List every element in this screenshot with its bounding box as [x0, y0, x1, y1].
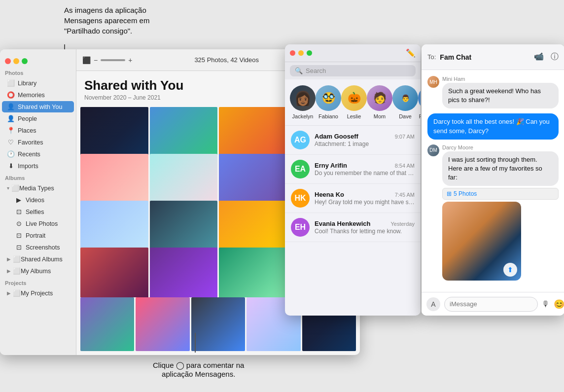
sidebar-item-imports[interactable]: ⬇ Imports	[2, 160, 74, 172]
msg-maximize-button[interactable]	[307, 50, 312, 56]
minimize-button[interactable]	[13, 58, 19, 64]
apps-button[interactable]: A	[426, 297, 440, 311]
sidebar-item-places[interactable]: 📍 Places	[2, 125, 74, 136]
fabiano-name: Fabiano	[318, 113, 338, 119]
mom-name: Mom	[374, 113, 386, 119]
msg-minimize-button[interactable]	[298, 50, 304, 56]
annotation-bottom: Clique ◯ para comentar naaplicação Mensa…	[153, 361, 244, 378]
message-darcy: DM Darcy Moore I was just sorting throug…	[427, 144, 559, 281]
pinned-dave[interactable]: 👨 Dave	[392, 85, 418, 119]
adam-name: Adam Gooseff	[315, 133, 358, 140]
conversation-heena[interactable]: HK Heena Ko 7:45 AM Hey! Gray told me yo…	[285, 184, 421, 213]
photo-cell[interactable]	[80, 248, 148, 297]
photo-attachment[interactable]: ⬆	[442, 202, 521, 281]
sidebar-item-memories[interactable]: ⭕ Memories	[2, 89, 74, 101]
photo-cell-bottom[interactable]	[136, 297, 189, 351]
erny-info: Erny Arifin 8:54 AM Do you remember the …	[315, 162, 415, 177]
photos-count-badge[interactable]: ⊞ 5 Photos	[442, 188, 559, 200]
heena-avatar: HK	[291, 189, 310, 208]
pinned-mom[interactable]: 🧑 Mom	[367, 85, 392, 119]
evania-time: Yesterday	[390, 221, 415, 227]
leslie-avatar: 🎃	[341, 85, 367, 111]
photo-cell-bottom[interactable]	[80, 297, 134, 351]
pinned-leslie[interactable]: 🎃 Leslie	[341, 85, 367, 119]
chat-window: To: Fam Chat 📹 ⓘ MH Mini Ham Such a grea…	[422, 44, 564, 316]
compose-icon[interactable]: ✏️	[406, 48, 416, 58]
audio-icon[interactable]: 🎙	[542, 300, 550, 309]
people-icon: 👤	[7, 115, 15, 122]
adam-avatar: AG	[291, 131, 310, 149]
heena-name: Heena Ko	[315, 191, 344, 198]
sidebar-item-portrait[interactable]: ⊡ Portrait	[2, 230, 74, 241]
search-bar[interactable]: 🔍 Search	[290, 65, 416, 76]
messages-titlebar: ✏️	[285, 44, 421, 62]
erny-preview: Do you remember the name of that guy fro…	[315, 170, 415, 177]
sidebar-item-recents[interactable]: 🕐 Recents	[2, 148, 74, 160]
pinned-jackelyn[interactable]: 👩🏾 Jackelyn	[290, 85, 316, 119]
right-bubble-1: Darcy took all the best ones! 🎉 Can you …	[427, 113, 559, 139]
sidebar-section-projects: Projects	[0, 277, 76, 287]
chat-input[interactable]	[444, 297, 538, 312]
emoji-icon[interactable]: 😊	[554, 299, 564, 310]
photo-cell[interactable]	[219, 248, 287, 297]
video-call-icon[interactable]: 📹	[534, 52, 544, 62]
fabiano-avatar: 🥸	[316, 85, 341, 111]
sidebar-group-shared-albums[interactable]: ▶ ⬜ Shared Albums	[2, 253, 74, 265]
dave-name: Dave	[399, 113, 412, 119]
sidebar-item-videos[interactable]: ▶ Videos	[2, 194, 74, 206]
pinned-fam-chat[interactable]: 👨‍👩‍👧 Fam Chat	[418, 85, 421, 119]
evania-info: Evania Henkewich Yesterday Cool! Thanks …	[315, 220, 415, 235]
info-icon[interactable]: ⓘ	[551, 52, 559, 62]
sidebar-item-live-photos[interactable]: ⊙ Live Photos	[2, 218, 74, 229]
darcy-sender: Darcy Moore	[442, 144, 559, 150]
photo-attach-inner: ⬆	[442, 202, 521, 281]
pinned-fabiano[interactable]: 🥸 Fabiano	[316, 85, 341, 119]
photo-cell[interactable]	[150, 248, 218, 297]
zoom-slider[interactable]	[101, 59, 125, 61]
leslie-name: Leslie	[347, 113, 361, 119]
chat-header: To: Fam Chat 📹 ⓘ	[422, 44, 564, 70]
photos-sidebar: Photos ⬜ Library ⭕ Memories 👤 Shared wit…	[0, 49, 76, 355]
favorites-icon: ♡	[7, 139, 15, 146]
shared-icon: 👤	[7, 103, 15, 110]
sidebar-item-library[interactable]: ⬜ Library	[2, 77, 74, 89]
sidebar-group-my-projects[interactable]: ▶ ⬜ My Projects	[2, 287, 74, 299]
sidebar-group-media-types[interactable]: ▾ ⬜ Media Types	[2, 182, 74, 194]
library-icon: ⬜	[7, 79, 15, 87]
photo-cell-bottom[interactable]	[191, 297, 245, 351]
adam-preview: Attachment: 1 image	[315, 141, 415, 147]
conversation-evania[interactable]: EH Evania Henkewich Yesterday Cool! Than…	[285, 213, 421, 242]
message-mini-ham: MH Mini Ham Such a great weekend! Who ha…	[427, 76, 559, 108]
sidebar-item-selfies[interactable]: ⊡ Selfies	[2, 206, 74, 217]
chat-header-icons: 📹 ⓘ	[534, 52, 559, 62]
messages-window: ✏️ 🔍 Search 👩🏾 Jackelyn 🥸 Fabiano 🎃	[285, 44, 421, 316]
darcy-avatar: DM	[427, 144, 439, 156]
recents-icon: 🕐	[7, 150, 15, 158]
toolbar-left: ⬛ − +	[82, 56, 132, 64]
memories-icon: ⭕	[7, 91, 15, 99]
sidebar-item-people[interactable]: 👤 People	[2, 113, 74, 124]
conversation-erny[interactable]: EA Erny Arifin 8:54 AM Do you remember t…	[285, 155, 421, 184]
maximize-button[interactable]	[22, 58, 28, 64]
sidebar-group-my-albums[interactable]: ▶ ⬜ My Albums	[2, 265, 74, 277]
shared-albums-icon: ⬜	[13, 255, 21, 263]
sidebar-item-shared-with-you[interactable]: 👤 Shared with You	[2, 101, 74, 112]
fam-chat-avatar: 👨‍👩‍👧	[418, 85, 421, 111]
dave-avatar: 👨	[392, 85, 418, 111]
erny-time: 8:54 AM	[395, 163, 415, 169]
msg-close-button[interactable]	[290, 50, 295, 56]
adam-time: 9:07 AM	[395, 134, 415, 140]
close-button[interactable]	[5, 58, 11, 64]
sidebar-item-screenshots[interactable]: ⊡ Screenshots	[2, 242, 74, 253]
photo-share-button[interactable]: ⬆	[503, 263, 517, 277]
zoom-out-icon[interactable]: −	[94, 56, 98, 64]
slideshow-icon[interactable]: ⬛	[82, 56, 91, 64]
erny-avatar: EA	[291, 160, 310, 178]
chevron-right-icon3: ▶	[7, 290, 11, 296]
sidebar-item-favorites[interactable]: ♡ Favorites	[2, 137, 74, 148]
zoom-in-icon[interactable]: +	[128, 56, 132, 64]
conversation-adam[interactable]: AG Adam Gooseff 9:07 AM Attachment: 1 im…	[285, 126, 421, 155]
fam-chat-name: Fam Chat	[419, 113, 421, 119]
adam-info: Adam Gooseff 9:07 AM Attachment: 1 image	[315, 133, 415, 147]
annotation-top: As imagens da aplicaçãoMensagens aparece…	[64, 5, 212, 36]
